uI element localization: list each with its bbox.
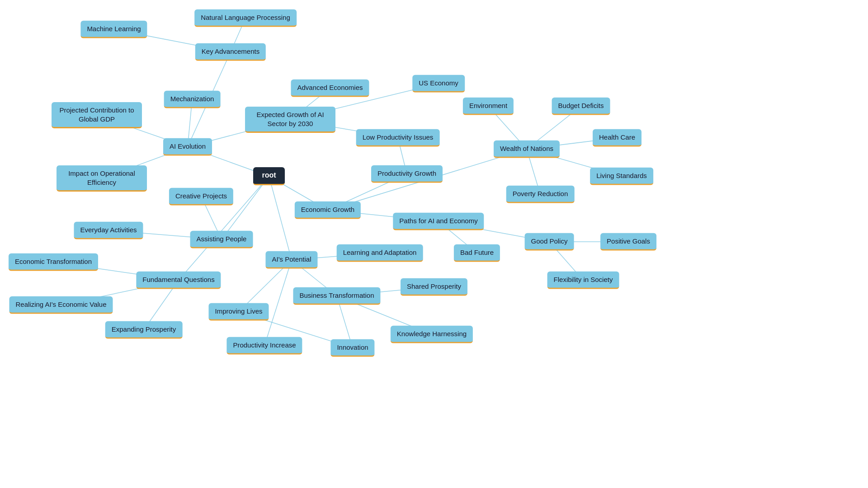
node-bad_future[interactable]: Bad Future <box>454 244 500 262</box>
node-improving_lives[interactable]: Improving Lives <box>208 303 269 321</box>
node-learning_adaptation[interactable]: Learning and Adaptation <box>337 244 423 262</box>
svg-line-31 <box>264 260 292 346</box>
node-wealth_of_nations[interactable]: Wealth of Nations <box>494 141 560 158</box>
mind-map-container: rootAI EvolutionEconomic GrowthAI's Pote… <box>0 0 868 488</box>
node-realizing_economic[interactable]: Realizing AI's Economic Value <box>9 296 113 314</box>
node-us_economy[interactable]: US Economy <box>412 75 465 93</box>
node-advanced_economies[interactable]: Advanced Economies <box>291 80 369 97</box>
node-health_care[interactable]: Health Care <box>593 129 642 147</box>
node-impact_operational[interactable]: Impact on Operational Efficiency <box>57 165 147 192</box>
node-low_productivity[interactable]: Low Productivity Issues <box>356 129 440 147</box>
node-key_advancements[interactable]: Key Advancements <box>195 43 266 61</box>
node-good_policy[interactable]: Good Policy <box>525 233 574 251</box>
node-ais_potential[interactable]: AI's Potential <box>265 251 317 269</box>
node-living_standards[interactable]: Living Standards <box>590 168 653 185</box>
node-root[interactable]: root <box>253 167 285 185</box>
node-natural_language[interactable]: Natural Language Processing <box>194 9 297 27</box>
node-machine_learning[interactable]: Machine Learning <box>80 21 147 38</box>
node-productivity_increase[interactable]: Productivity Increase <box>226 337 302 355</box>
node-expanding_prosperity[interactable]: Expanding Prosperity <box>105 321 183 339</box>
node-innovation[interactable]: Innovation <box>330 339 374 357</box>
node-environment[interactable]: Environment <box>463 98 514 115</box>
node-expected_growth[interactable]: Expected Growth of AI Sector by 2030 <box>245 107 335 133</box>
connections-svg <box>0 0 868 488</box>
node-flexibility_society[interactable]: Flexibility in Society <box>547 272 619 289</box>
svg-line-4 <box>222 176 269 239</box>
svg-line-2 <box>269 176 292 260</box>
node-mechanization[interactable]: Mechanization <box>164 91 221 108</box>
node-poverty_reduction[interactable]: Poverty Reduction <box>506 186 575 203</box>
node-knowledge_harnessing[interactable]: Knowledge Harnessing <box>391 326 473 343</box>
node-creative_projects[interactable]: Creative Projects <box>169 188 233 206</box>
node-paths_ai_economy[interactable]: Paths for AI and Economy <box>393 213 484 230</box>
node-positive_goals[interactable]: Positive Goals <box>600 233 656 251</box>
node-everyday_activities[interactable]: Everyday Activities <box>74 222 143 239</box>
node-fundamental_questions[interactable]: Fundamental Questions <box>136 272 221 289</box>
node-business_transformation[interactable]: Business Transformation <box>293 287 380 305</box>
node-economic_transformation[interactable]: Economic Transformation <box>9 253 98 271</box>
node-ai_evolution[interactable]: AI Evolution <box>163 138 212 156</box>
node-projected_contribution[interactable]: Projected Contribution to Global GDP <box>52 102 142 128</box>
node-assisting_people[interactable]: Assisting People <box>190 231 253 249</box>
node-economic_growth[interactable]: Economic Growth <box>295 202 361 219</box>
node-productivity_growth[interactable]: Productivity Growth <box>371 165 443 183</box>
node-budget_deficits[interactable]: Budget Deficits <box>552 98 610 115</box>
node-shared_prosperity[interactable]: Shared Prosperity <box>401 278 467 296</box>
